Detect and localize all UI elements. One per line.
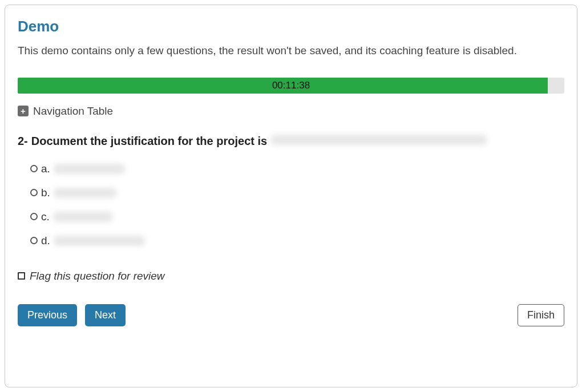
- page-subtitle: This demo contains only a few questions,…: [18, 43, 564, 58]
- option-blurred-text: [54, 164, 125, 174]
- question-number: 2-: [18, 135, 28, 148]
- option-blurred-text: [53, 212, 113, 222]
- option-blurred-text: [54, 236, 145, 246]
- question-text: 2- Document the justification for the pr…: [18, 135, 564, 148]
- flag-label: Flag this question for review: [30, 270, 165, 282]
- button-row: Previous Next Finish: [18, 304, 564, 326]
- page-title: Demo: [18, 18, 564, 35]
- next-button[interactable]: Next: [85, 304, 126, 326]
- option-letter: a.: [41, 163, 50, 175]
- radio-icon[interactable]: [30, 237, 38, 244]
- option-blurred-text: [54, 188, 116, 198]
- radio-icon[interactable]: [30, 189, 38, 196]
- timer-progress-bar: 00:11:38: [18, 78, 564, 94]
- flag-for-review[interactable]: Flag this question for review: [18, 270, 564, 282]
- options-list: a. b. c. d.: [30, 163, 564, 247]
- navigation-toggle-label: Navigation Table: [33, 105, 113, 118]
- option-letter: b.: [41, 187, 50, 199]
- radio-icon[interactable]: [30, 165, 38, 172]
- question-stem: Document the justification for the proje…: [31, 135, 267, 148]
- option-c[interactable]: c.: [30, 211, 564, 223]
- radio-icon[interactable]: [30, 213, 38, 220]
- option-letter: d.: [41, 235, 50, 247]
- plus-icon: +: [18, 106, 29, 116]
- question-blurred-portion: [270, 135, 487, 145]
- option-letter: c.: [41, 211, 50, 223]
- previous-button[interactable]: Previous: [18, 304, 77, 326]
- quiz-panel: Demo This demo contains only a few quest…: [5, 5, 577, 387]
- option-b[interactable]: b.: [30, 187, 564, 199]
- timer-text: 00:11:38: [18, 78, 564, 94]
- checkbox-icon[interactable]: [18, 272, 25, 280]
- finish-button[interactable]: Finish: [518, 304, 564, 326]
- option-a[interactable]: a.: [30, 163, 564, 175]
- option-d[interactable]: d.: [30, 235, 564, 247]
- navigation-toggle[interactable]: + Navigation Table: [18, 105, 564, 118]
